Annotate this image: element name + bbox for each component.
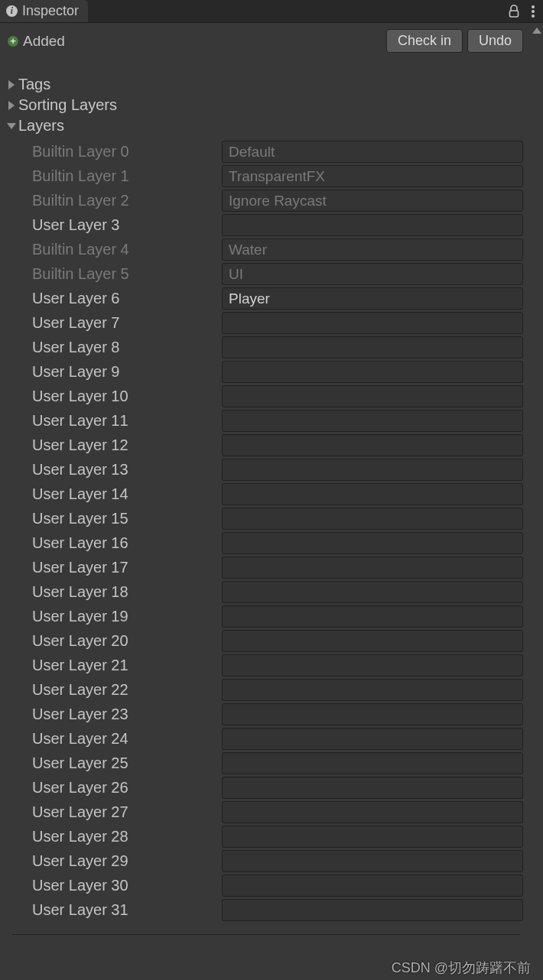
layer-name-input[interactable] <box>222 312 523 334</box>
inspector-window: i Inspector + Added <box>0 0 543 980</box>
layer-name-input[interactable] <box>222 703 523 725</box>
kebab-menu-icon[interactable] <box>531 5 535 18</box>
layer-label: User Layer 11 <box>28 412 217 430</box>
layer-name-input[interactable] <box>222 483 523 505</box>
layer-name-input[interactable] <box>222 850 523 872</box>
section-sorting-layers-label: Sorting Layers <box>18 96 117 114</box>
layer-row: Builtin Layer 5UI <box>28 263 523 285</box>
layer-label: User Layer 29 <box>28 852 217 870</box>
layer-name-input[interactable] <box>222 728 523 750</box>
layer-name-input[interactable] <box>222 826 523 848</box>
layer-row: User Layer 17 <box>28 557 523 579</box>
layer-label: User Layer 6 <box>28 290 217 307</box>
layer-row: Builtin Layer 4Water <box>28 239 523 261</box>
chevron-right-icon <box>6 101 17 110</box>
layer-name-input[interactable] <box>222 654 523 677</box>
layer-row: User Layer 6Player <box>28 287 523 310</box>
vcs-status-row: + Added Check in Undo <box>0 23 531 74</box>
layer-name-readonly: TransparentFX <box>222 165 523 187</box>
layer-row: User Layer 25 <box>28 752 523 774</box>
layer-row: User Layer 23 <box>28 703 523 725</box>
layer-name-input[interactable] <box>222 532 523 554</box>
section-tags[interactable]: Tags <box>6 74 526 95</box>
layer-name-input[interactable] <box>222 581 523 603</box>
layer-name-input[interactable] <box>222 630 523 652</box>
layer-label: User Layer 15 <box>28 510 217 527</box>
layer-name-input[interactable] <box>222 336 523 359</box>
main-panel: + Added Check in Undo Tags Sorting Layer… <box>0 23 531 980</box>
layer-name-input[interactable] <box>222 899 523 921</box>
vcs-added-label: + Added <box>8 33 65 50</box>
layer-name-input[interactable] <box>222 385 523 407</box>
svg-point-3 <box>532 15 535 18</box>
layer-row: User Layer 15 <box>28 508 523 530</box>
layer-row: User Layer 10 <box>28 385 523 407</box>
layer-label: User Layer 25 <box>28 754 217 772</box>
section-layers[interactable]: Layers <box>6 115 526 136</box>
layer-row: User Layer 3 <box>28 214 523 236</box>
layer-label: User Layer 13 <box>28 461 217 479</box>
layer-label: User Layer 18 <box>28 583 217 601</box>
content-area: + Added Check in Undo Tags Sorting Layer… <box>0 23 543 980</box>
layer-name-input[interactable] <box>222 410 523 432</box>
layer-row: User Layer 29 <box>28 850 523 872</box>
layer-row: User Layer 7 <box>28 312 523 334</box>
undo-button[interactable]: Undo <box>467 29 523 53</box>
layer-name-input[interactable] <box>222 875 523 897</box>
lock-icon[interactable] <box>508 5 520 18</box>
layer-name-input[interactable]: Player <box>222 287 523 310</box>
layer-row: Builtin Layer 2Ignore Raycast <box>28 190 523 212</box>
chevron-right-icon <box>6 80 17 89</box>
layer-label: User Layer 16 <box>28 534 217 552</box>
layer-name-input[interactable] <box>222 777 523 799</box>
divider <box>12 934 520 935</box>
layer-name-input[interactable] <box>222 459 523 481</box>
check-in-button[interactable]: Check in <box>386 29 463 53</box>
layer-label: User Layer 8 <box>28 339 217 356</box>
scroll-up-icon <box>532 28 541 34</box>
layer-row: User Layer 13 <box>28 459 523 481</box>
tab-bar-actions <box>508 0 543 22</box>
layer-name-input[interactable] <box>222 679 523 701</box>
layer-label: User Layer 26 <box>28 779 217 797</box>
layers-list: Builtin Layer 0DefaultBuiltin Layer 1Tra… <box>6 136 526 931</box>
layer-label: User Layer 30 <box>28 877 217 894</box>
layer-label: Builtin Layer 5 <box>28 265 217 283</box>
layer-name-input[interactable] <box>222 801 523 823</box>
layer-label: User Layer 31 <box>28 901 217 919</box>
layer-name-input[interactable] <box>222 557 523 579</box>
layer-row: Builtin Layer 1TransparentFX <box>28 165 523 187</box>
layer-name-input[interactable] <box>222 605 523 628</box>
layer-row: User Layer 22 <box>28 679 523 701</box>
layer-row: User Layer 26 <box>28 777 523 799</box>
layer-label: Builtin Layer 4 <box>28 241 217 258</box>
layer-label: User Layer 27 <box>28 803 217 821</box>
layer-label: User Layer 14 <box>28 485 217 503</box>
layer-label: User Layer 23 <box>28 706 217 723</box>
svg-point-2 <box>532 10 535 13</box>
tab-bar: i Inspector <box>0 0 543 23</box>
layer-name-input[interactable] <box>222 752 523 774</box>
layer-label: User Layer 19 <box>28 608 217 625</box>
section-layers-label: Layers <box>18 117 64 135</box>
layer-label: User Layer 12 <box>28 436 217 454</box>
layer-label: Builtin Layer 2 <box>28 192 217 209</box>
layer-row: User Layer 11 <box>28 410 523 432</box>
layer-name-readonly: Ignore Raycast <box>222 190 523 212</box>
layer-row: User Layer 24 <box>28 728 523 750</box>
plus-icon: + <box>8 36 18 47</box>
watermark: CSDN @切勿踌躇不前 <box>392 959 531 977</box>
layer-row: Builtin Layer 0Default <box>28 141 523 163</box>
layer-label: User Layer 10 <box>28 388 217 405</box>
layer-name-input[interactable] <box>222 434 523 456</box>
scrollbar[interactable] <box>531 23 543 980</box>
tab-inspector[interactable]: i Inspector <box>0 0 88 22</box>
layer-name-input[interactable] <box>222 508 523 530</box>
layer-name-input[interactable] <box>222 214 523 236</box>
svg-point-1 <box>532 5 535 8</box>
tab-title: Inspector <box>22 3 79 19</box>
layer-row: User Layer 21 <box>28 654 523 677</box>
layer-name-input[interactable] <box>222 361 523 383</box>
layer-label: User Layer 20 <box>28 632 217 650</box>
section-sorting-layers[interactable]: Sorting Layers <box>6 95 526 115</box>
